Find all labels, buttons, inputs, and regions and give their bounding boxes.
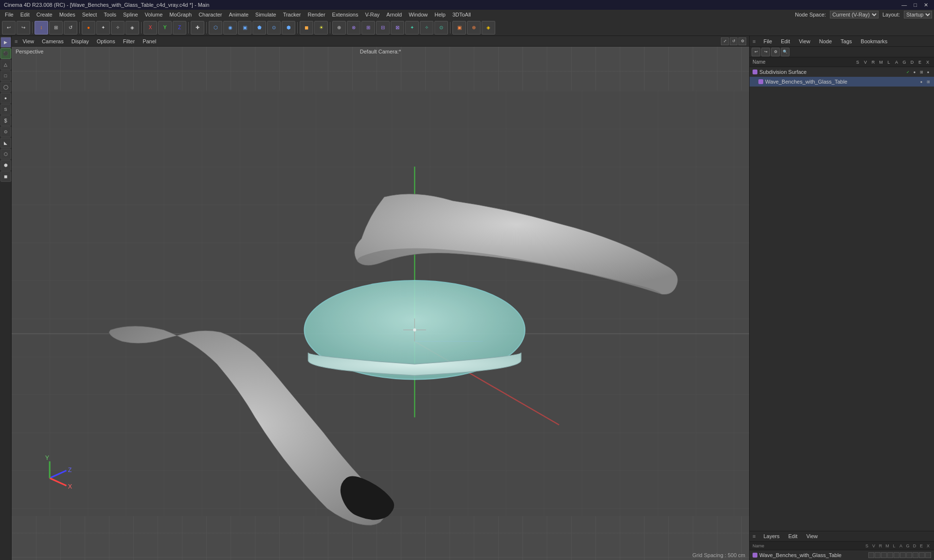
menu-mograph[interactable]: MoGraph bbox=[166, 11, 195, 18]
sidebar-hex1-btn[interactable]: ⬡ bbox=[0, 149, 11, 159]
menu-window[interactable]: Window bbox=[406, 11, 431, 18]
obj-file-menu[interactable]: File bbox=[760, 38, 775, 45]
menu-spline[interactable]: Spline bbox=[120, 11, 141, 18]
layer-icon-x[interactable] bbox=[925, 552, 931, 558]
layer-icon-v[interactable] bbox=[875, 552, 880, 558]
layer-icon-d[interactable] bbox=[913, 552, 918, 558]
close-btn[interactable]: ✕ bbox=[922, 2, 930, 8]
vp-settings-btn[interactable]: ⚙ bbox=[738, 37, 746, 45]
om-toolbar-btn4[interactable]: 🔍 bbox=[781, 48, 790, 56]
obj-view-menu[interactable]: View bbox=[796, 38, 813, 45]
boole-btn[interactable]: ⊗ bbox=[347, 21, 360, 35]
plane-btn[interactable]: ⬢ bbox=[282, 21, 295, 35]
layers-edit-menu[interactable]: Edit bbox=[785, 533, 800, 540]
layer-icon-a[interactable] bbox=[900, 552, 906, 558]
menu-3dtoall[interactable]: 3DToAll bbox=[449, 11, 474, 18]
node-space-select[interactable]: Current (V-Ray) bbox=[830, 11, 879, 18]
sidebar-select-btn[interactable]: ▶ bbox=[0, 37, 11, 48]
undo-btn[interactable]: ↩ bbox=[2, 21, 16, 35]
sidebar-points-btn[interactable]: ⚫ bbox=[0, 48, 11, 59]
layer-item-wave[interactable]: Wave_Benches_with_Glass_Table bbox=[750, 550, 934, 560]
cylinder-btn[interactable]: ▣ bbox=[238, 21, 251, 35]
sphere-btn[interactable]: ◉ bbox=[223, 21, 237, 35]
layers-view-menu[interactable]: View bbox=[803, 533, 821, 540]
menu-simulate[interactable]: Simulate bbox=[252, 11, 279, 18]
menu-file[interactable]: File bbox=[2, 11, 17, 18]
vp-view-menu[interactable]: View bbox=[19, 38, 37, 45]
obj-icon-wave-2[interactable]: ⊞ bbox=[925, 79, 931, 85]
render-btn[interactable]: ◈ bbox=[482, 21, 495, 35]
vp-options-menu[interactable]: Options bbox=[94, 38, 118, 45]
torus-btn[interactable]: ⊙ bbox=[267, 21, 281, 35]
obj-edit-menu[interactable]: Edit bbox=[778, 38, 793, 45]
om-toolbar-btn3[interactable]: ⚙ bbox=[771, 48, 780, 56]
sidebar-hex2-btn[interactable]: ⬢ bbox=[0, 160, 11, 171]
sidebar-fill-btn[interactable]: ● bbox=[0, 93, 11, 104]
menu-edit[interactable]: Edit bbox=[18, 11, 33, 18]
z-axis-btn[interactable]: Z bbox=[173, 21, 186, 35]
menu-tools[interactable]: Tools bbox=[101, 11, 119, 18]
object-mode-btn[interactable]: ● bbox=[82, 21, 95, 35]
obj-tags-menu[interactable]: Tags bbox=[838, 38, 855, 45]
layer-icon-r[interactable] bbox=[881, 552, 887, 558]
cube-btn[interactable]: ⬡ bbox=[209, 21, 222, 35]
vp-display-menu[interactable]: Display bbox=[69, 38, 92, 45]
menu-create[interactable]: Create bbox=[34, 11, 55, 18]
vp-panel-menu[interactable]: Panel bbox=[140, 38, 159, 45]
menu-help[interactable]: Help bbox=[431, 11, 449, 18]
obj-icon-extra2[interactable]: ● bbox=[925, 69, 931, 75]
vp-refresh-btn[interactable]: ↺ bbox=[730, 37, 737, 45]
layer-icon-e[interactable] bbox=[919, 552, 925, 558]
subsurf-btn[interactable]: ⊟ bbox=[376, 21, 390, 35]
obj-icon-dot[interactable]: ● bbox=[912, 69, 917, 75]
menu-select[interactable]: Select bbox=[79, 11, 100, 18]
obj-icon-wave-1[interactable]: ● bbox=[918, 79, 924, 85]
obj-item-wave[interactable]: Wave_Benches_with_Glass_Table ● ⊞ bbox=[750, 77, 934, 87]
layout-select[interactable]: Startup bbox=[904, 11, 932, 18]
menu-modes[interactable]: Modes bbox=[56, 11, 78, 18]
om-toolbar-btn2[interactable]: ↪ bbox=[761, 48, 770, 56]
scale-tool-btn[interactable]: ⊞ bbox=[49, 21, 63, 35]
obj-item-subdivsurf[interactable]: Subdivision Surface ✓ ● ⊞ ● bbox=[750, 67, 934, 77]
menu-volume[interactable]: Volume bbox=[142, 11, 166, 18]
sidebar-rect-btn[interactable]: □ bbox=[0, 70, 11, 81]
obj-node-menu[interactable]: Node bbox=[816, 38, 835, 45]
edge-mode-btn[interactable]: ✧ bbox=[111, 21, 125, 35]
spline-btn[interactable]: ✦ bbox=[405, 21, 419, 35]
camera-btn[interactable]: ◼ bbox=[300, 21, 313, 35]
sidebar-circle-btn[interactable]: ◯ bbox=[0, 82, 11, 92]
layer-icon-m[interactable] bbox=[887, 552, 893, 558]
minimize-btn[interactable]: — bbox=[899, 2, 909, 8]
polygon-mode-btn[interactable]: ◈ bbox=[126, 21, 139, 35]
redo-btn[interactable]: ↪ bbox=[17, 21, 30, 35]
sidebar-ring-btn[interactable]: ⊙ bbox=[0, 126, 11, 137]
menu-animate[interactable]: Animate bbox=[226, 11, 251, 18]
layer-icon-g[interactable] bbox=[906, 552, 912, 558]
sculpt-btn[interactable]: ⊙ bbox=[434, 21, 448, 35]
layer-icon-l[interactable] bbox=[894, 552, 899, 558]
obj-icon-check[interactable]: ✓ bbox=[905, 69, 911, 75]
viewport[interactable]: Z X Y Perspective Default Camera:* Grid … bbox=[12, 47, 749, 560]
light-btn[interactable]: ☀ bbox=[314, 21, 328, 35]
sidebar-dollar-btn[interactable]: $ bbox=[0, 115, 11, 126]
vp-expand-btn[interactable]: ⤢ bbox=[721, 37, 729, 45]
menu-arnold[interactable]: Arnold bbox=[383, 11, 405, 18]
menu-tracker[interactable]: Tracker bbox=[280, 11, 304, 18]
symmetry-btn[interactable]: ⊠ bbox=[391, 21, 404, 35]
menu-character[interactable]: Character bbox=[196, 11, 225, 18]
menu-vray[interactable]: V-Ray bbox=[362, 11, 382, 18]
layers-menu[interactable]: Layers bbox=[760, 533, 782, 540]
brush-btn[interactable]: ✧ bbox=[420, 21, 433, 35]
obj-icon-extra[interactable]: ⊞ bbox=[918, 69, 924, 75]
rotate-tool-btn[interactable]: ↺ bbox=[64, 21, 77, 35]
y-axis-btn[interactable]: Y bbox=[158, 21, 172, 35]
maximize-btn[interactable]: □ bbox=[912, 2, 919, 8]
new-obj-btn[interactable]: ✚ bbox=[191, 21, 204, 35]
point-mode-btn[interactable]: ✦ bbox=[96, 21, 110, 35]
menu-extensions[interactable]: Extensions bbox=[329, 11, 361, 18]
x-axis-btn[interactable]: X bbox=[144, 21, 157, 35]
vray-ipr-btn[interactable]: ⊕ bbox=[467, 21, 481, 35]
obj-bookmarks-menu[interactable]: Bookmarks bbox=[858, 38, 890, 45]
extrude-btn[interactable]: ⊞ bbox=[361, 21, 375, 35]
sidebar-lasso-btn[interactable]: ◣ bbox=[0, 138, 11, 148]
